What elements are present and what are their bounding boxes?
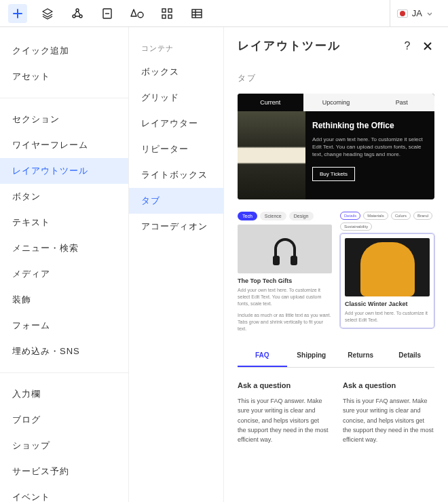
primary-nav: クイック追加 アセット セクション ワイヤーフレーム レイアウトツール ボタン … [0,27,129,502]
close-icon[interactable] [421,39,434,53]
svg-rect-7 [162,15,166,18]
subnav-box[interactable]: ボックス [129,59,223,85]
pill-design[interactable]: Design [289,212,314,220]
nav-decorative[interactable]: 装飾 [0,287,128,313]
svg-rect-9 [192,9,202,18]
nav-media[interactable]: メディア [0,261,128,287]
table-icon[interactable] [187,4,206,23]
faq-heading: Ask a question [238,381,329,389]
preview-tab-upcoming[interactable]: Upcoming [303,94,369,111]
nav-shop[interactable]: ショップ [0,433,128,459]
subnav-layouter[interactable]: レイアウター [129,111,223,136]
add-icon[interactable] [8,4,27,23]
divider [0,372,128,373]
nav-text[interactable]: テキスト [0,210,128,235]
svg-point-1 [73,15,75,18]
nav-section[interactable]: セクション [0,107,128,132]
nav-blog[interactable]: ブログ [0,407,128,433]
secondary-nav: コンテナ ボックス グリッド レイアウター リピーター ライトボックス タブ ア… [129,27,224,502]
chevron-down-icon [426,10,433,17]
card-desc-2: Include as much or as little text as you… [238,312,332,332]
pill-details[interactable]: Details [340,212,360,220]
divider [0,98,128,98]
preview-tab-past[interactable]: Past [369,94,434,111]
nav-layout-tools[interactable]: レイアウトツール [0,158,128,184]
nav-assets[interactable]: アセット [0,64,128,90]
nav-input[interactable]: 入力欄 [0,381,128,407]
layers-icon[interactable] [38,4,57,23]
preview-image-headphones [238,225,332,273]
subnav-grid[interactable]: グリッド [129,85,223,111]
preview-image [238,111,305,199]
language-selector[interactable]: JA [390,0,440,26]
apps-icon[interactable] [157,4,176,23]
preview-card-dark-tabs[interactable]: Current Upcoming Past Rethinking the Off… [238,94,434,199]
cms-icon[interactable] [68,4,87,23]
nav-menu-search[interactable]: メニュー・検索 [0,235,128,261]
panel-header: レイアウトツール ? [238,38,434,54]
nav-button[interactable]: ボタン [0,184,128,210]
nav-embed-sns[interactable]: 埋め込み・SNS [0,339,128,364]
preview-card-text-tabs[interactable]: FAQ Shipping Returns Details Ask a quest… [238,345,434,445]
tab-faq[interactable]: FAQ [238,345,287,367]
pill-colors[interactable]: Colors [391,212,411,220]
preview-card-jacket[interactable]: Details Materials Colors Brand Sustainab… [340,212,434,332]
theme-icon[interactable] [128,4,147,23]
group-label-container: コンテナ [129,38,223,59]
subnav-tabs[interactable]: タブ [129,188,223,214]
buy-tickets-button[interactable]: Buy Tickets [312,167,355,181]
pill-materials[interactable]: Materials [363,212,388,220]
topbar-tools [8,4,206,23]
pill-brand[interactable]: Brand [413,212,432,220]
subnav-lightbox[interactable]: ライトボックス [129,162,223,188]
flag-japan-icon [397,9,408,18]
pill-sustainability[interactable]: Sustainability [340,223,372,231]
tab-shipping[interactable]: Shipping [287,345,337,367]
preview-tab-current[interactable]: Current [238,94,303,111]
language-label: JA [412,8,422,18]
content-panel: レイアウトツール ? タブ Current Upcoming Past Reth… [224,27,448,502]
tab-returns[interactable]: Returns [336,345,386,367]
tab-details[interactable]: Details [386,345,435,367]
preview-desc: Add your own text here. To customize it … [312,136,425,159]
card-title: Classic Winter Jacket [345,301,430,307]
card-desc: Add your own text here. To customize it … [238,287,332,307]
nav-form[interactable]: フォーム [0,313,128,339]
nav-events[interactable]: イベント [0,484,128,502]
topbar: JA [0,0,448,27]
svg-rect-8 [168,15,172,18]
faq-heading: Ask a question [343,381,434,389]
subnav-repeater[interactable]: リピーター [129,136,223,162]
faq-text: This is your FAQ answer. Make sure your … [238,396,329,445]
preview-image-jacket [345,238,430,296]
svg-point-2 [79,15,82,18]
svg-rect-6 [168,9,172,12]
faq-text: This is your FAQ answer. Make sure your … [343,396,434,445]
preview-title: Rethinking the Office [312,121,425,130]
nav-wireframe[interactable]: ワイヤーフレーム [0,132,128,158]
card-title: The Top Tech Gifts [238,277,332,284]
nav-quick-add[interactable]: クイック追加 [0,38,128,64]
subnav-accordion[interactable]: アコーディオン [129,214,223,239]
help-icon[interactable]: ? [400,39,414,53]
page-icon[interactable] [98,4,117,23]
svg-point-0 [76,9,79,12]
card-desc: Add your own text here. To customize it … [345,310,430,324]
panel-title: レイアウトツール [238,38,341,54]
preview-card-tech[interactable]: Tech Science Design The Top Tech Gifts A… [238,212,332,332]
section-label: タブ [238,73,434,84]
svg-rect-5 [162,9,166,12]
svg-point-4 [138,12,143,18]
nav-bookings[interactable]: サービス予約 [0,459,128,484]
pill-science[interactable]: Science [260,212,286,220]
pill-tech[interactable]: Tech [238,212,257,220]
